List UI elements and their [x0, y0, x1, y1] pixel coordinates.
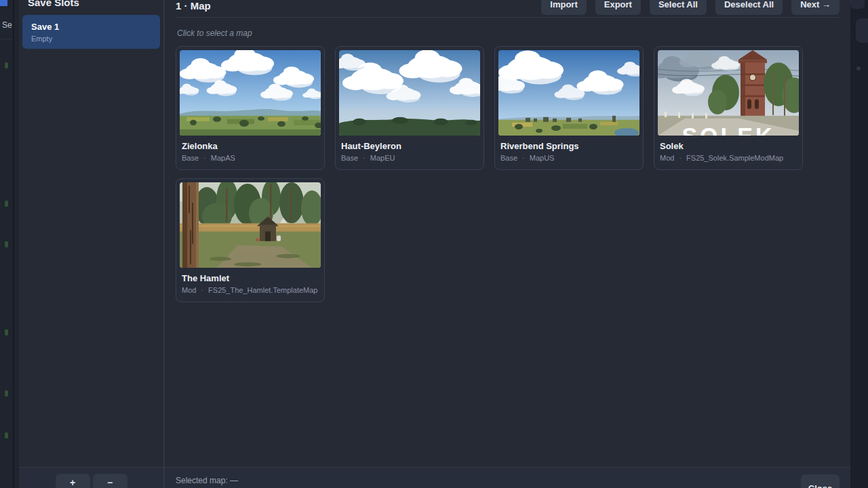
meta-separator: · — [201, 286, 203, 294]
close-button[interactable]: Close — [801, 474, 840, 488]
map-thumbnail — [498, 50, 639, 136]
map-card[interactable]: Riverbend Springs Base·MapUS — [494, 46, 644, 170]
add-slot-button[interactable]: + — [56, 474, 90, 488]
import-button[interactable]: Import — [541, 0, 586, 15]
map-type: Base — [341, 154, 358, 162]
map-card-meta: Mod·FS25_Solek.SampleModMap — [660, 154, 797, 162]
save-slot-status: Empty — [31, 35, 151, 43]
background-status-dot — [856, 66, 861, 70]
background-page-left-edge: Se — [0, 0, 19, 488]
map-card-title: Solek — [660, 141, 797, 151]
map-id: MapUS — [530, 154, 555, 162]
meta-separator: · — [363, 154, 366, 162]
background-button-fragment — [850, 0, 865, 9]
step-title: 1 · Map — [176, 0, 211, 12]
map-card-meta: Base·MapEU — [341, 154, 478, 162]
map-thumbnail: SOLEK — [658, 50, 799, 136]
map-type: Base — [500, 154, 517, 162]
map-id: MapAS — [211, 154, 235, 162]
map-card-title: Zielonka — [182, 141, 319, 151]
map-type: Mod — [660, 154, 674, 162]
background-button-fragment — [856, 18, 868, 43]
background-status-dot — [5, 62, 8, 68]
selected-map-line: Selected map: — — [176, 476, 238, 485]
remove-slot-button[interactable]: − — [93, 474, 127, 488]
map-id: MapEU — [370, 154, 395, 162]
background-status-dot — [5, 432, 8, 439]
map-card-meta: Mod·FS25_The_Hamlet.TemplateMap — [182, 286, 319, 294]
background-page-right-edge — [850, 0, 868, 488]
save-slots-footer: + − — [19, 467, 163, 488]
header-button-row: ImportExportSelect AllDeselect AllNext → — [541, 0, 840, 15]
map-id: FS25_The_Hamlet.TemplateMap — [208, 286, 317, 294]
map-thumbnail — [180, 50, 321, 136]
divider — [13, 0, 14, 488]
selected-map-label: Selected map: — [176, 476, 228, 485]
background-status-dot — [5, 390, 8, 396]
svg-text:SOLEK: SOLEK — [682, 123, 774, 136]
map-selection-main: 1 · Map ImportExportSelect AllDeselect A… — [165, 0, 850, 488]
map-thumbnail — [180, 182, 321, 268]
save-slots-title: Save Slots — [28, 0, 163, 8]
divider — [0, 39, 13, 39]
meta-separator: · — [522, 154, 525, 162]
map-type: Base — [182, 154, 199, 162]
meta-separator: · — [679, 154, 682, 162]
save-slot-name: Save 1 — [31, 22, 151, 32]
map-type: Mod — [182, 286, 196, 294]
save-slot-item[interactable]: Save 1 Empty — [22, 15, 160, 49]
map-card[interactable]: Zielonka Base·MapAS — [176, 46, 325, 170]
map-card-title: Riverbend Springs — [500, 141, 637, 151]
map-card-meta: Base·MapUS — [500, 154, 637, 162]
background-logo-fragment — [0, 0, 7, 6]
next-button[interactable]: Next → — [791, 0, 840, 15]
main-header: 1 · Map ImportExportSelect AllDeselect A… — [176, 0, 840, 18]
map-selection-dialog: Save Slots Save 1 Empty + − 1 · Map Impo… — [19, 0, 850, 488]
meta-separator: · — [203, 154, 206, 162]
main-footer: Selected map: — Close — [165, 467, 850, 488]
map-card-grid: Zielonka Base·MapAS Hau — [176, 46, 840, 302]
map-card[interactable]: The Hamlet Mod·FS25_The_Hamlet.TemplateM… — [176, 178, 325, 302]
background-status-dot — [5, 201, 8, 207]
map-card-title: Haut-Beyleron — [341, 141, 478, 151]
deselect-all-button[interactable]: Deselect All — [715, 0, 783, 15]
selected-map-value: — — [230, 476, 238, 485]
map-thumbnail — [339, 50, 480, 136]
select-all-button[interactable]: Select All — [650, 0, 707, 15]
background-text-fragment: Se — [2, 20, 12, 30]
background-status-dot — [5, 329, 8, 336]
map-card[interactable]: Haut-Beyleron Base·MapEU — [335, 46, 484, 170]
map-card-meta: Base·MapAS — [182, 154, 319, 162]
map-id: FS25_Solek.SampleModMap — [686, 154, 783, 162]
map-card-title: The Hamlet — [182, 273, 319, 283]
export-button[interactable]: Export — [595, 0, 641, 15]
selection-hint: Click to select a map — [177, 28, 838, 38]
map-card[interactable]: SOLEK Solek Mod·FS25_Solek.SampleModMap — [654, 46, 803, 170]
save-slots-sidebar: Save Slots Save 1 Empty + − — [19, 0, 165, 488]
background-status-dot — [5, 241, 8, 247]
